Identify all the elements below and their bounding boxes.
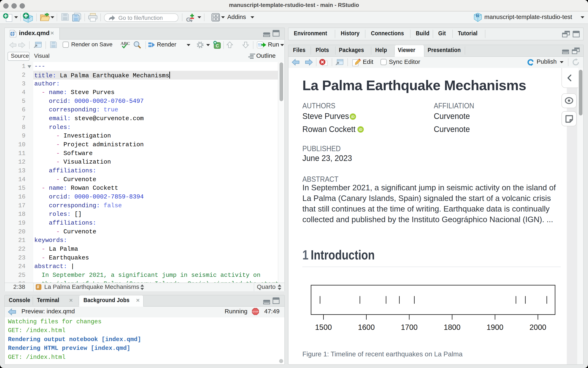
svg-text:1800: 1800: [444, 323, 460, 331]
svg-text:1700: 1700: [401, 323, 418, 331]
svg-text:G: G: [186, 16, 191, 22]
svg-text:STOP: STOP: [252, 311, 258, 313]
svg-text:iD: iD: [351, 115, 355, 119]
svg-text:1900: 1900: [487, 323, 503, 331]
svg-text:C: C: [216, 43, 219, 48]
svg-text:1500: 1500: [315, 323, 332, 331]
svg-text:iD: iD: [359, 128, 362, 131]
svg-text:1600: 1600: [358, 323, 375, 331]
svg-text:R: R: [476, 13, 479, 18]
svg-text:2000: 2000: [529, 323, 546, 331]
